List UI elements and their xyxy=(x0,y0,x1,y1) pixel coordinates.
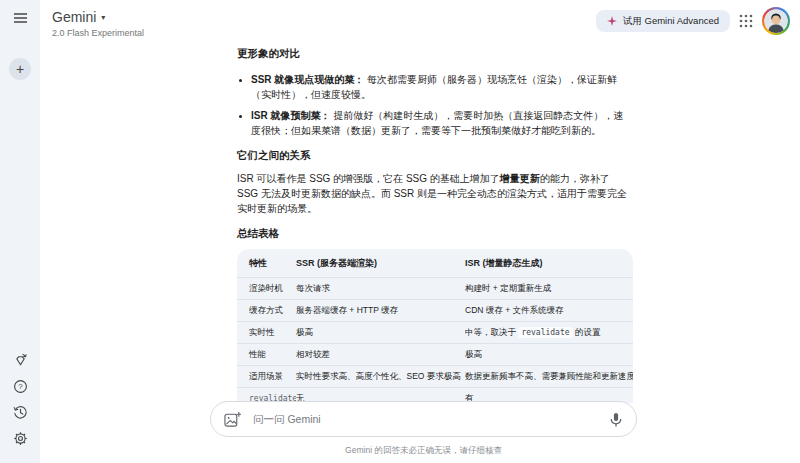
hamburger-icon xyxy=(14,11,27,26)
paragraph: ISR 可以看作是 SSG 的增强版，它在 SSG 的基础上增加了增量更新的能力… xyxy=(237,171,633,216)
topbar-actions: 试用 Gemini Advanced xyxy=(596,7,790,35)
table-cell: 中等，取决于 revalidate 的设置 xyxy=(465,322,633,344)
table-cell: 每次请求 xyxy=(296,278,465,300)
gem-icon xyxy=(13,353,28,371)
bullet-lead: SSR 就像现点现做的菜： xyxy=(251,74,364,85)
table-cell: 适用场景 xyxy=(237,366,296,388)
chat-response: 更形象的对比 SSR 就像现点现做的菜： 每次都需要厨师（服务器）现场烹饪（渲染… xyxy=(237,46,633,403)
table-row: 缓存方式 服务器端缓存 + HTTP 缓存 CDN 缓存 + 文件系统缓存 xyxy=(237,300,633,322)
help-button[interactable]: ? xyxy=(9,378,31,398)
advanced-label: 试用 Gemini Advanced xyxy=(623,15,719,28)
table-row: 渲染时机 每次请求 构建时 + 定期重新生成 xyxy=(237,278,633,300)
list-item: ISR 就像预制菜： 提前做好（构建时生成），需要时加热（直接返回静态文件），速… xyxy=(251,108,633,138)
heading-table: 总结表格 xyxy=(237,226,633,241)
heading-relation: 它们之间的关系 xyxy=(237,148,633,163)
try-advanced-button[interactable]: 试用 Gemini Advanced xyxy=(596,10,730,32)
table-row: 适用场景 实时性要求高、高度个性化、SEO 要求极高 数据更新频率不高、需要兼顾… xyxy=(237,366,633,388)
sparkle-icon xyxy=(607,16,617,26)
gem-button[interactable] xyxy=(9,352,31,372)
bullet-list: SSR 就像现点现做的菜： 每次都需要厨师（服务器）现场烹饪（渲染），保证新鲜（… xyxy=(237,72,633,138)
table-cell: 极高 xyxy=(465,344,633,366)
cell-text: 中等，取决于 xyxy=(465,327,518,337)
summary-table: 特性 SSR (服务器端渲染) ISR (增量静态生成) 渲染时机 每次请求 构… xyxy=(237,249,633,403)
table-cell: 缓存方式 xyxy=(237,300,296,322)
plus-icon: + xyxy=(16,62,24,76)
table-cell: 服务器端缓存 + HTTP 缓存 xyxy=(296,300,465,322)
avatar[interactable] xyxy=(762,7,790,35)
new-chat-button[interactable]: + xyxy=(9,58,31,80)
table-cell: 性能 xyxy=(237,344,296,366)
heading-compare: 更形象的对比 xyxy=(237,46,633,61)
menu-button[interactable] xyxy=(14,13,27,23)
chevron-down-icon: ▾ xyxy=(101,13,105,22)
table-row: 性能 相对较差 极高 xyxy=(237,344,633,366)
table-cell: 数据更新频率不高、需要兼顾性能和更新速度 xyxy=(465,366,633,388)
mic-button[interactable] xyxy=(609,412,623,427)
table-header-cell: ISR (增量静态生成) xyxy=(465,249,633,278)
paragraph-text: ISR 可以看作是 SSG 的增强版，它在 SSG 的基础上增加了 xyxy=(237,173,500,184)
cell-text: 的设置 xyxy=(573,327,601,337)
app-title: Gemini xyxy=(52,9,96,25)
table-header-cell: 特性 xyxy=(237,249,296,278)
table-cell: CDN 缓存 + 文件系统缓存 xyxy=(465,300,633,322)
model-selector[interactable]: Gemini▾ 2.0 Flash Experimental xyxy=(52,8,144,38)
table-cell: 构建时 + 定期重新生成 xyxy=(465,278,633,300)
svg-text:?: ? xyxy=(18,382,23,391)
sidebar: + ? xyxy=(0,0,40,463)
table-cell: 实时性要求高、高度个性化、SEO 要求极高 xyxy=(296,366,465,388)
add-image-button[interactable] xyxy=(224,411,241,428)
gear-icon xyxy=(13,431,28,449)
prompt-input[interactable] xyxy=(251,412,599,426)
table-row: 实时性 极高 中等，取决于 revalidate 的设置 xyxy=(237,322,633,344)
avatar-photo xyxy=(764,9,788,33)
table-cell: 渲染时机 xyxy=(237,278,296,300)
add-image-icon xyxy=(224,411,241,428)
activity-button[interactable] xyxy=(9,404,31,424)
code-chip: revalidate xyxy=(518,327,572,338)
mic-icon xyxy=(609,412,623,427)
model-name: 2.0 Flash Experimental xyxy=(52,28,144,38)
table-cell: 相对较差 xyxy=(296,344,465,366)
table-cell: 实时性 xyxy=(237,322,296,344)
bullet-lead: ISR 就像预制菜： xyxy=(251,110,330,121)
list-item: SSR 就像现点现做的菜： 每次都需要厨师（服务器）现场烹饪（渲染），保证新鲜（… xyxy=(251,72,633,102)
apps-grid-button[interactable] xyxy=(739,14,753,28)
table-header-cell: SSR (服务器端渲染) xyxy=(296,249,465,278)
table-header-row: 特性 SSR (服务器端渲染) ISR (增量静态生成) xyxy=(237,249,633,278)
sidebar-bottom: ? xyxy=(0,352,40,450)
table-cell: 极高 xyxy=(296,322,465,344)
settings-button[interactable] xyxy=(9,430,31,450)
paragraph-bold: 增量更新 xyxy=(500,173,540,184)
topbar: Gemini▾ 2.0 Flash Experimental 试用 Gemini… xyxy=(40,0,800,44)
help-icon: ? xyxy=(13,379,28,397)
prompt-bar xyxy=(210,401,637,437)
apps-grid-icon xyxy=(739,14,753,28)
disclaimer: Gemini 的回答未必正确无误，请仔细核查 xyxy=(210,445,637,457)
activity-icon xyxy=(13,405,28,423)
composer: Gemini 的回答未必正确无误，请仔细核查 xyxy=(210,401,637,457)
